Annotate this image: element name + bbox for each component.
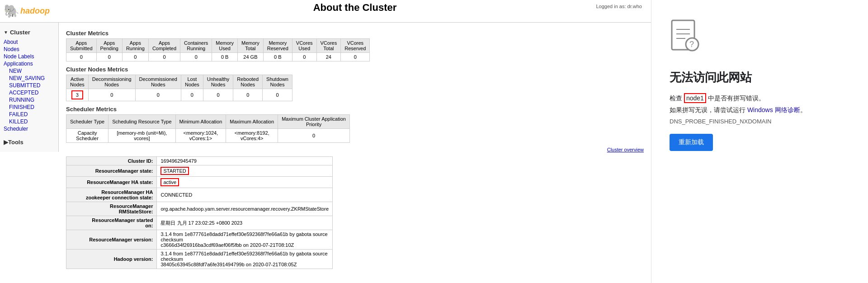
col-max-cluster-app-priority: Maximum Cluster ApplicationPriority	[278, 115, 350, 129]
overview-val-rm-state-store: org.apache.hadoop.yarn.server.resourcema…	[157, 202, 333, 216]
sidebar: ▼ Cluster About Nodes Node Labels Applic…	[0, 23, 59, 152]
tools-arrow-icon: ▶	[4, 139, 8, 146]
error-check-text: 检查 node1 中是否有拼写错误。	[670, 94, 765, 103]
col-rebooted-nodes: RebootedNodes	[233, 75, 263, 89]
error-check-suffix: 中是否有拼写错误。	[706, 94, 765, 102]
svg-text:?: ?	[689, 40, 694, 49]
overview-row-rm-version: ResourceManager version: 3.1.4 from 1e87…	[66, 230, 333, 250]
page-title: About the Cluster	[313, 2, 397, 15]
center-header: About the Cluster Logged in as: dr.who	[59, 0, 651, 23]
tools-label: Tools	[8, 139, 24, 146]
val-vcores-reserved: 0	[341, 53, 370, 61]
val-vcores-used: 0	[292, 53, 316, 61]
sidebar-link-nodes[interactable]: Nodes	[4, 46, 55, 53]
overview-row-rm-state: ResourceManager state: STARTED	[66, 165, 333, 177]
col-decommissioning-nodes: DecommissioningNodes	[88, 75, 135, 89]
overview-val-rm-started: 星期日 九月 17 23:02:25 +0800 2023	[157, 216, 333, 230]
overview-row-rm-ha-state: ResourceManager HA state: active	[66, 177, 333, 188]
sidebar-link-finished[interactable]: FINISHED	[9, 104, 55, 111]
scheduler-metrics-table: Scheduler Type Scheduling Resource Type …	[66, 114, 350, 143]
val-rebooted-nodes: 0	[233, 89, 263, 101]
overview-val-rm-version: 3.1.4 from 1e877761e8dadd71effef30e59236…	[157, 230, 333, 250]
error-run-suffix: 。	[800, 106, 807, 113]
overview-label-rm-state-store: ResourceManagerRMStateStore:	[66, 202, 157, 216]
sidebar-link-new-saving[interactable]: NEW_SAVING	[9, 75, 55, 82]
cluster-nodes-title: Cluster Nodes Metrics	[66, 66, 644, 73]
val-memory-used: 0 B	[212, 53, 238, 61]
sidebar-link-about[interactable]: About	[4, 38, 55, 46]
val-max-cluster-app-priority: 0	[278, 129, 350, 143]
sidebar-link-new[interactable]: NEW	[9, 67, 55, 75]
overview-label-hadoop-version: Hadoop version:	[66, 250, 157, 269]
center-panel: About the Cluster Logged in as: dr.who C…	[59, 0, 651, 283]
val-memory-total: 24 GB	[238, 53, 264, 61]
error-run-text: 如果拼写无误，请尝试运行 Windows 网络诊断。	[670, 106, 807, 114]
error-document-icon: ?	[670, 18, 701, 61]
col-active-nodes: ActiveNodes	[66, 75, 89, 89]
sidebar-link-accepted[interactable]: ACCEPTED	[9, 89, 55, 96]
sidebar-link-scheduler[interactable]: Scheduler	[4, 125, 55, 132]
cluster-overview-table: Cluster ID: 1694962945479 ResourceManage…	[66, 156, 333, 269]
col-min-allocation: Minimum Allocation	[175, 115, 226, 129]
error-node-highlight: node1	[684, 93, 706, 103]
val-active-nodes: 3	[66, 89, 89, 101]
error-title: 无法访问此网站	[670, 70, 752, 85]
col-memory-total: MemoryTotal	[238, 39, 264, 53]
val-lost-nodes: 0	[181, 89, 203, 101]
cluster-overview-link[interactable]: Cluster overview	[607, 147, 644, 152]
col-scheduling-resource-type: Scheduling Resource Type	[108, 115, 175, 129]
logged-in-text: Logged in as: dr.who	[596, 4, 642, 9]
cluster-label: Cluster	[10, 29, 30, 36]
overview-label-rm-ha-state: ResourceManager HA state:	[66, 177, 157, 188]
sidebar-link-applications[interactable]: Applications	[4, 60, 55, 67]
val-decommissioning-nodes: 0	[88, 89, 135, 101]
val-shutdown-nodes: 0	[263, 89, 292, 101]
hadoop-logo: 🐘 hadoop	[4, 4, 50, 19]
overview-label-rm-ha-zk: ResourceManager HAzookeeper connection s…	[66, 188, 157, 202]
overview-row-hadoop-version: Hadoop version: 3.1.4 from 1e877761e8dad…	[66, 250, 333, 269]
cluster-overview-header: Cluster overview	[66, 146, 644, 153]
col-decommissioned-nodes: DecommissionedNodes	[135, 75, 181, 89]
sidebar-link-killed[interactable]: KILLED	[9, 118, 55, 125]
overview-row-rm-state-store: ResourceManagerRMStateStore: org.apache.…	[66, 202, 333, 216]
center-content: Cluster Metrics AppsSubmitted AppsPendin…	[59, 23, 651, 273]
sidebar-link-failed[interactable]: FAILED	[9, 111, 55, 118]
error-dns-text: DNS_PROBE_FINISHED_NXDOMAIN	[670, 118, 771, 125]
overview-row-rm-started: ResourceManager startedon: 星期日 九月 17 23:…	[66, 216, 333, 230]
cluster-metrics-table: AppsSubmitted AppsPending AppsRunning Ap…	[66, 38, 370, 61]
left-panel: 🐘 hadoop ▼ Cluster About Nodes Node Labe…	[0, 0, 59, 283]
val-vcores-total: 24	[316, 53, 341, 61]
sidebar-link-node-labels[interactable]: Node Labels	[4, 53, 55, 60]
col-vcores-used: VCoresUsed	[292, 39, 316, 53]
hadoop-elephant-icon: 🐘	[4, 4, 19, 19]
tools-section-header: ▶ Tools	[0, 136, 58, 148]
error-panel: ? 无法访问此网站 检查 node1 中是否有拼写错误。 如果拼写无误，请尝试运…	[651, 0, 868, 283]
col-unhealthy-nodes: UnhealthyNodes	[203, 75, 233, 89]
error-check-prefix: 检查	[670, 94, 684, 102]
val-scheduling-resource-type: [memory-mb (unit=Mi),vcores]	[108, 129, 175, 143]
val-max-allocation: <memory:8192,vCores:4>	[226, 129, 278, 143]
cluster-metrics-title: Cluster Metrics	[66, 30, 644, 37]
col-shutdown-nodes: ShutdownNodes	[263, 75, 292, 89]
reload-button[interactable]: 重新加载	[670, 134, 713, 151]
col-memory-reserved: MemoryReserved	[263, 39, 292, 53]
error-run-prefix: 如果拼写无误，请尝试运行	[670, 106, 747, 113]
val-decommissioned-nodes: 0	[135, 89, 181, 101]
cluster-arrow-icon: ▼	[4, 30, 8, 35]
col-apps-completed: AppsCompleted	[148, 39, 180, 53]
sidebar-link-running[interactable]: RUNNING	[9, 96, 55, 104]
error-run-link[interactable]: Windows 网络诊断	[747, 106, 800, 113]
col-memory-used: MemoryUsed	[212, 39, 238, 53]
overview-label-rm-state: ResourceManager state:	[66, 165, 157, 177]
overview-val-rm-ha-state: active	[157, 177, 333, 188]
cluster-nodes-table: ActiveNodes DecommissioningNodes Decommi…	[66, 75, 292, 101]
sidebar-link-submitted[interactable]: SUBMITTED	[9, 82, 55, 89]
sidebar-cluster-links: About Nodes Node Labels Applications NEW…	[0, 38, 58, 132]
cluster-section-header: ▼ Cluster	[0, 26, 58, 38]
overview-row-rm-ha-zk: ResourceManager HAzookeeper connection s…	[66, 188, 333, 202]
col-scheduler-type: Scheduler Type	[66, 115, 108, 129]
col-vcores-total: VCoresTotal	[316, 39, 341, 53]
val-apps-running: 0	[122, 53, 148, 61]
col-containers-running: ContainersRunning	[180, 39, 212, 53]
active-nodes-highlight: 3	[71, 90, 83, 99]
